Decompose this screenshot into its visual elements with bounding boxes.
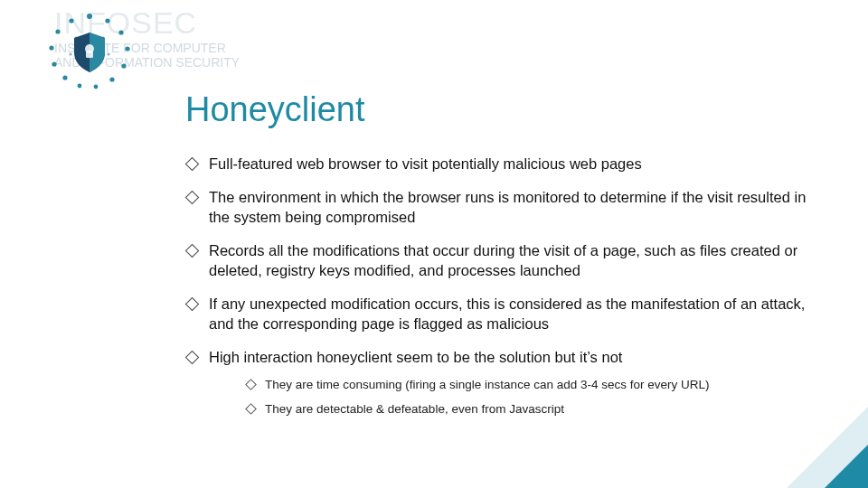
list-item: Full-featured web browser to visit poten… <box>185 155 814 174</box>
list-item: If any unexpected modification occurs, t… <box>185 295 814 333</box>
bullet-text: Full-featured web browser to visit poten… <box>209 155 642 172</box>
sub-bullet-text: They are detectable & defeatable, even f… <box>265 402 564 416</box>
list-item: They are time consuming (firing a single… <box>245 377 814 393</box>
corner-accent-icon <box>825 445 868 488</box>
list-item: Records all the modifications that occur… <box>185 241 814 280</box>
sub-bullet-text: They are time consuming (firing a single… <box>265 378 709 391</box>
list-item: The environment in which the browser run… <box>185 188 814 227</box>
list-item: They are detectable & defeatable, even f… <box>245 401 814 418</box>
slide-body: Honeyclient Full-featured web browser to… <box>0 0 868 488</box>
list-item: High interaction honeyclient seem to be … <box>185 348 814 418</box>
bullet-text: If any unexpected modification occurs, t… <box>209 296 805 331</box>
slide-title: Honeyclient <box>185 90 814 129</box>
sub-bullet-list: They are time consuming (firing a single… <box>209 377 814 418</box>
bullet-list: Full-featured web browser to visit poten… <box>185 155 814 418</box>
bullet-text: Records all the modifications that occur… <box>209 242 797 277</box>
bullet-text: The environment in which the browser run… <box>209 189 806 224</box>
bullet-text: High interaction honeyclient seem to be … <box>209 349 622 365</box>
